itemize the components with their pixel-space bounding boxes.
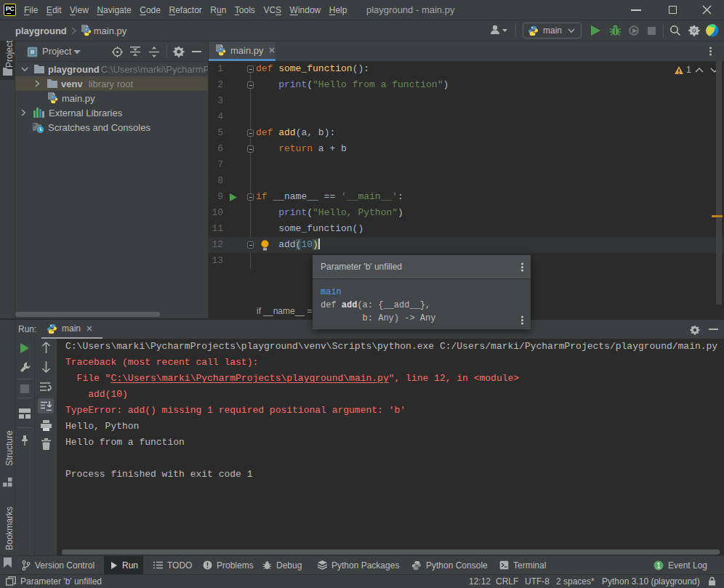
svg-text:1: 1	[656, 561, 661, 569]
